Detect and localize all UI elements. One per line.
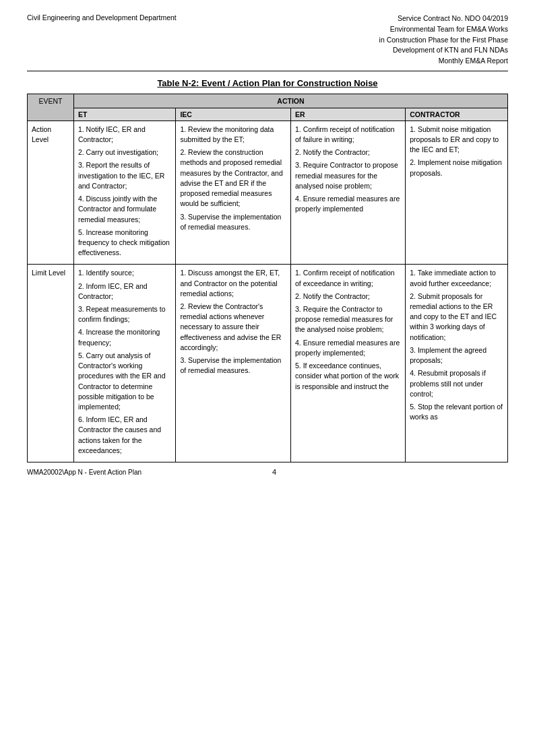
event-cell: Limit Level — [28, 265, 74, 462]
footer: WMA20002\App N - Event Action Plan 4 — [27, 468, 508, 476]
footer-page: 4 — [141, 468, 407, 476]
iec-cell: 1. Review the monitoring data submitted … — [176, 121, 291, 265]
col-header-action: ACTION — [73, 94, 507, 108]
event-cell: Action Level — [28, 121, 74, 265]
iec-cell: 1. Discuss amongst the ER, ET, and Contr… — [176, 265, 291, 462]
contractor-cell: 1. Submit noise mitigation proposals to … — [406, 121, 508, 265]
footer-left: WMA20002\App N - Event Action Plan — [27, 469, 141, 476]
table-title: Table N-2: Event / Action Plan for Const… — [27, 78, 508, 88]
col-header-contractor: CONTRACTOR — [406, 108, 508, 121]
col-header-iec: IEC — [176, 108, 291, 121]
header-left: Civil Engineering and Development Depart… — [27, 13, 177, 22]
header: Civil Engineering and Development Depart… — [27, 13, 508, 67]
col-header-event: EVENT — [28, 94, 74, 121]
header-right: Service Contract No. NDO 04/2019Environm… — [379, 13, 508, 67]
er-cell: 1. Confirm receipt of notification of fa… — [291, 121, 406, 265]
er-cell: 1. Confirm receipt of notification of ex… — [291, 265, 406, 462]
col-header-er: ER — [291, 108, 406, 121]
event-action-table: EVENT ACTION ET IEC ER CONTRACTOR Action… — [27, 94, 508, 462]
table-row: Action Level1. Notify IEC, ER and Contra… — [28, 121, 508, 265]
col-header-et: ET — [73, 108, 175, 121]
et-cell: 1. Notify IEC, ER and Contractor;2. Carr… — [73, 121, 175, 265]
et-cell: 1. Identify source;2. Inform IEC, ER and… — [73, 265, 175, 462]
header-divider — [27, 71, 508, 71]
table-row: Limit Level1. Identify source;2. Inform … — [28, 265, 508, 462]
contractor-cell: 1. Take immediate action to avoid furthe… — [406, 265, 508, 462]
